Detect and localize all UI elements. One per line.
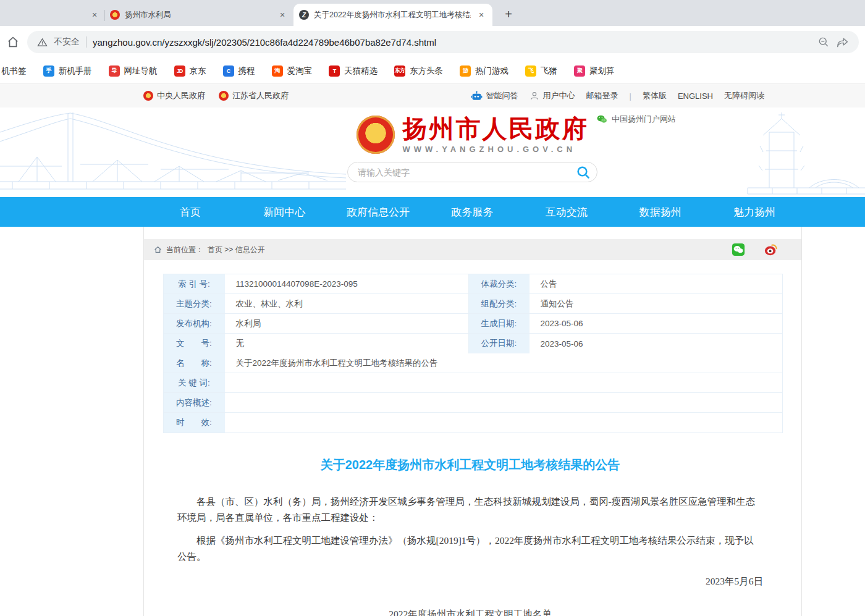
article-paragraph: 各县（市、区）水利（务）局，扬州经济开发区城乡事务管理局，生态科技新城规划建设局… — [177, 494, 763, 526]
national-emblem-favicon-icon — [110, 10, 120, 20]
meta-label: 体裁分类: — [468, 274, 531, 293]
meta-value: 2023-05-06 — [531, 314, 782, 333]
bookmark-label: 网址导航 — [124, 65, 158, 77]
bookmark-item[interactable]: 机书签 — [1, 65, 27, 77]
meta-label: 主题分类: — [164, 294, 226, 313]
security-status-label[interactable]: 不安全 — [54, 36, 80, 48]
meta-row: 文 号: 无 公开日期: 2023-05-06 — [164, 334, 782, 353]
zoom-out-icon[interactable] — [817, 36, 830, 48]
meta-row: 名 称: 关于2022年度扬州市水利工程文明工地考核结果的公告 — [164, 353, 782, 373]
bookmark-item[interactable]: T 天猫精选 — [329, 65, 378, 77]
meta-label: 公开日期: — [468, 334, 531, 353]
link-jiangsu-gov[interactable]: 江苏省人民政府 — [219, 90, 289, 101]
search-icon[interactable] — [576, 165, 591, 180]
article-paragraph: 根据《扬州市水利工程文明工地建设管理办法》（扬水规[2019]1号），2022年… — [177, 533, 763, 565]
bookmark-icon: 东方 — [394, 65, 405, 77]
link-traditional[interactable]: 繁体版 — [643, 90, 667, 101]
bookmark-item[interactable]: JD 京东 — [174, 65, 206, 77]
site-header: 扬州市人民政府 WWW.YANGZHOU.GOV.CN 中国扬州门户网站 — [0, 108, 865, 197]
bookmark-icon: C — [223, 65, 234, 77]
bookmark-label: 天猫精选 — [344, 65, 378, 77]
address-bar[interactable]: 不安全 yangzhou.gov.cn/yzszxxgk/slj/202305/… — [27, 31, 859, 53]
breadcrumb-label: 当前位置： — [166, 245, 203, 255]
browser-tab-strip: × 扬州市水利局 × Z 关于2022年度扬州市水利工程文明工地考核结果的公告 … — [0, 0, 865, 26]
browser-tab-shuiliju[interactable]: 扬州市水利局 × — [104, 4, 293, 26]
search-input[interactable] — [358, 167, 576, 177]
meta-value: 11321000014407098E-2023-095 — [226, 274, 468, 293]
nav-item[interactable]: 魅力扬州 — [707, 197, 801, 227]
nav-item[interactable]: 首页 — [143, 197, 237, 227]
bookmark-item[interactable]: 游 热门游戏 — [460, 65, 508, 77]
browser-tab-partial[interactable]: × — [0, 4, 104, 26]
warning-triangle-icon[interactable] — [37, 37, 48, 48]
tab-close-icon[interactable]: × — [476, 9, 487, 20]
bookmark-label: 机书签 — [1, 65, 27, 77]
bookmark-icon: 手 — [43, 65, 54, 77]
home-icon[interactable] — [6, 35, 20, 49]
site-name: 扬州市人民政府 — [403, 116, 589, 141]
user-icon — [530, 91, 539, 101]
link-mail-login[interactable]: 邮箱登录 — [586, 90, 618, 101]
browser-toolbar: 不安全 yangzhou.gov.cn/yzszxxgk/slj/202305/… — [0, 26, 865, 58]
bookmark-label: 飞猪 — [541, 65, 557, 77]
article: 关于2022年度扬州市水利工程文明工地考核结果的公告 各县（市、区）水利（务）局… — [144, 457, 801, 616]
bookmark-item[interactable]: 聚 聚划算 — [574, 65, 615, 77]
new-tab-button[interactable]: + — [500, 6, 517, 23]
share-wechat-icon[interactable] — [732, 243, 745, 256]
bookmark-label: 爱淘宝 — [287, 65, 313, 77]
nav-item[interactable]: 数据扬州 — [614, 197, 707, 227]
bookmark-item[interactable]: 手 新机手册 — [43, 65, 92, 77]
share-icon[interactable] — [836, 36, 849, 49]
share-weibo-icon[interactable] — [764, 243, 778, 256]
bookmark-item[interactable]: 东方 东方头条 — [394, 65, 443, 77]
tab-title: 关于2022年度扬州市水利工程文明工地考核结果的公告 — [314, 10, 471, 20]
breadcrumb-path[interactable]: 首页 >> 信息公开 — [208, 245, 265, 255]
bookmark-item[interactable]: 淘 爱淘宝 — [272, 65, 313, 77]
link-english[interactable]: ENGLISH — [678, 91, 713, 101]
link-label: 用户中心 — [543, 90, 575, 101]
meta-label: 生成日期: — [468, 314, 531, 333]
link-user-center[interactable]: 用户中心 — [530, 90, 575, 101]
meta-row: 发布机构: 水利局 生成日期: 2023-05-06 — [164, 314, 782, 334]
meta-value: 关于2022年度扬州市水利工程文明工地考核结果的公告 — [226, 353, 782, 373]
meta-value: 2023-05-06 — [531, 334, 782, 353]
meta-row: 关 键 词: — [164, 373, 782, 393]
link-label: 智能问答 — [486, 90, 518, 101]
site-logo[interactable]: 扬州市人民政府 WWW.YANGZHOU.GOV.CN — [143, 116, 801, 154]
robot-icon — [471, 91, 483, 101]
link-accessibility[interactable]: 无障碍阅读 — [724, 90, 764, 101]
bookmark-icon: 游 — [460, 65, 471, 77]
meta-value: 农业、林业、水利 — [226, 294, 468, 313]
tab-close-icon[interactable]: × — [277, 9, 288, 20]
meta-label: 关 键 词: — [164, 373, 226, 392]
breadcrumb: 当前位置： 首页 >> 信息公开 — [144, 239, 801, 260]
bookmark-label: 京东 — [190, 65, 206, 77]
nav-item[interactable]: 新闻中心 — [237, 197, 331, 227]
meta-label: 组配分类: — [468, 294, 531, 313]
portal-wechat-link[interactable]: 中国扬州门户网站 — [596, 114, 676, 125]
document-meta-table: 索 引 号: 11321000014407098E-2023-095 体裁分类:… — [163, 274, 783, 433]
meta-value: 通知公告 — [531, 294, 782, 313]
browser-tab-active[interactable]: Z 关于2022年度扬州市水利工程文明工地考核结果的公告 × — [293, 4, 492, 26]
national-emblem-icon — [219, 91, 229, 101]
url-text[interactable]: yangzhou.gov.cn/yzszxxgk/slj/202305/210c… — [93, 37, 811, 48]
link-label: 江苏省人民政府 — [232, 90, 289, 101]
meta-value: 无 — [226, 334, 468, 353]
nav-item[interactable]: 政务服务 — [425, 197, 519, 227]
bookmark-label: 新机手册 — [59, 65, 92, 77]
nav-item[interactable]: 政府信息公开 — [331, 197, 425, 227]
bookmark-item[interactable]: 导 网址导航 — [109, 65, 158, 77]
meta-label: 时 效: — [164, 413, 226, 432]
link-label: 中央人民政府 — [157, 90, 205, 101]
bookmark-item[interactable]: C 携程 — [223, 65, 255, 77]
bookmark-item[interactable]: 飞 飞猪 — [525, 65, 557, 77]
nav-item[interactable]: 互动交流 — [520, 197, 614, 227]
gov-utility-bar: 中央人民政府 江苏省人民政府 智能问答 用户中心 — [0, 83, 865, 108]
breadcrumb-home-icon[interactable] — [154, 246, 162, 253]
site-search-box[interactable] — [347, 162, 597, 182]
article-list-title: 2022年度扬州市水利工程文明工地名单 — [177, 608, 763, 616]
link-ai-qa[interactable]: 智能问答 — [471, 90, 518, 101]
tab-close-icon[interactable]: × — [89, 9, 100, 20]
meta-label: 文 号: — [164, 334, 226, 353]
link-central-gov[interactable]: 中央人民政府 — [143, 90, 205, 101]
